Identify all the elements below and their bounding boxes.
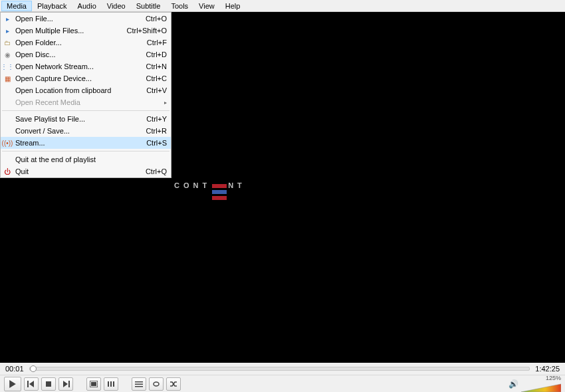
menu-item-label: Stream... xyxy=(15,139,120,147)
menu-item-shortcut: Ctrl+R xyxy=(120,127,167,135)
menu-item-quit[interactable]: ⏻QuitCtrl+Q xyxy=(1,165,171,177)
time-current: 00:01 xyxy=(5,365,24,373)
menu-item-shortcut: Ctrl+Y xyxy=(120,115,167,123)
svg-marker-4 xyxy=(63,381,68,387)
menu-item-label: Open Recent Media xyxy=(15,98,164,106)
extended-settings-button[interactable] xyxy=(104,377,118,391)
menu-item-label: Open Folder... xyxy=(15,39,120,47)
controls-bar: 🔊 125% xyxy=(0,375,565,392)
menu-tools[interactable]: Tools xyxy=(166,1,193,11)
play-button[interactable] xyxy=(4,377,21,391)
menu-item-icon: ▸ xyxy=(2,13,13,24)
menu-item-open-disc[interactable]: ◉Open Disc...Ctrl+D xyxy=(1,49,171,60)
svg-rect-5 xyxy=(68,381,70,387)
menu-item-label: Convert / Save... xyxy=(15,127,120,135)
menu-item-shortcut: Ctrl+Shift+O xyxy=(120,27,167,35)
menu-item-shortcut: Ctrl+O xyxy=(120,15,167,23)
menu-item-stream[interactable]: ((•))Stream...Ctrl+S xyxy=(1,137,171,149)
menu-item-icon xyxy=(2,85,13,96)
menu-item-label: Quit at the end of playlist xyxy=(15,155,120,163)
svg-rect-7 xyxy=(91,382,96,386)
menu-item-open-recent-media: Open Recent Media▸ xyxy=(1,96,171,108)
menu-item-shortcut: Ctrl+F xyxy=(120,39,167,47)
menu-item-icon: ⋮⋮ xyxy=(2,61,13,72)
next-button[interactable] xyxy=(58,377,73,391)
menu-item-shortcut: Ctrl+Q xyxy=(120,167,167,175)
menu-item-label: Open File... xyxy=(15,15,120,23)
svg-rect-1 xyxy=(27,381,29,387)
menu-subtitle[interactable]: Subtitle xyxy=(131,1,166,11)
playlist-button[interactable] xyxy=(132,377,146,391)
menu-item-shortcut: Ctrl+D xyxy=(120,50,167,58)
menu-item-label: Open Disc... xyxy=(15,50,120,58)
fullscreen-button[interactable] xyxy=(86,377,101,391)
submenu-arrow-icon: ▸ xyxy=(164,100,167,106)
menu-item-icon xyxy=(2,114,13,124)
volume-slider[interactable] xyxy=(521,383,561,393)
svg-rect-11 xyxy=(135,381,143,383)
menu-item-shortcut: Ctrl+V xyxy=(120,86,167,94)
logo-text-before: CONT xyxy=(174,181,211,200)
svg-rect-13 xyxy=(135,386,143,387)
menu-media[interactable]: Media xyxy=(1,1,32,11)
volume-label: 125% xyxy=(546,375,561,381)
menu-item-label: Save Playlist to File... xyxy=(15,115,120,123)
menu-item-icon xyxy=(2,97,13,108)
menu-item-label: Open Network Stream... xyxy=(15,62,120,70)
menu-item-label: Open Multiple Files... xyxy=(15,27,120,35)
menu-playback[interactable]: Playback xyxy=(32,1,72,11)
time-bar: 00:01 1:42:25 xyxy=(0,363,565,375)
menu-item-shortcut: Ctrl+C xyxy=(120,74,167,82)
menu-item-icon: ◉ xyxy=(2,49,13,60)
menu-item-label: Open Location from clipboard xyxy=(15,86,120,94)
menu-item-open-capture-device[interactable]: ▦Open Capture Device...Ctrl+C xyxy=(1,72,171,84)
previous-button[interactable] xyxy=(24,377,39,391)
menubar: MediaPlaybackAudioVideoSubtitleToolsView… xyxy=(0,0,565,12)
menu-item-icon: ▦ xyxy=(2,73,13,84)
svg-marker-14 xyxy=(521,384,561,392)
media-dropdown: ▸Open File...Ctrl+O▸Open Multiple Files.… xyxy=(0,12,171,178)
svg-rect-9 xyxy=(110,381,112,387)
menu-item-save-playlist-to-file[interactable]: Save Playlist to File...Ctrl+Y xyxy=(1,113,171,125)
menu-help[interactable]: Help xyxy=(220,1,246,11)
menu-item-convert-save[interactable]: Convert / Save...Ctrl+R xyxy=(1,125,171,137)
loop-button[interactable] xyxy=(149,377,164,391)
logo-text-after: NT xyxy=(228,181,246,200)
menu-audio[interactable]: Audio xyxy=(72,1,102,11)
menu-item-icon: ((•)) xyxy=(2,138,13,148)
svg-marker-2 xyxy=(29,381,34,387)
content-logo: CONT NT xyxy=(174,181,246,200)
menu-view[interactable]: View xyxy=(193,1,220,11)
menu-item-icon xyxy=(2,154,13,165)
menu-item-icon xyxy=(2,126,13,136)
logo-e-bars xyxy=(212,184,227,200)
menu-item-label: Quit xyxy=(15,167,120,175)
menu-item-icon: ▸ xyxy=(2,25,13,36)
svg-rect-10 xyxy=(113,381,114,387)
svg-rect-3 xyxy=(46,381,51,387)
menu-video[interactable]: Video xyxy=(102,1,131,11)
volume-control: 🔊 125% xyxy=(508,375,561,393)
seek-slider[interactable] xyxy=(29,367,530,371)
menu-item-shortcut: Ctrl+S xyxy=(120,139,167,147)
menu-item-open-folder[interactable]: 🗀Open Folder...Ctrl+F xyxy=(1,37,171,49)
menu-item-open-multiple-files[interactable]: ▸Open Multiple Files...Ctrl+Shift+O xyxy=(1,25,171,37)
menu-item-open-file[interactable]: ▸Open File...Ctrl+O xyxy=(1,13,171,25)
menu-item-open-location-from-clipboard[interactable]: Open Location from clipboardCtrl+V xyxy=(1,84,171,96)
menu-separator xyxy=(2,110,170,111)
menu-separator xyxy=(2,151,170,151)
shuffle-button[interactable] xyxy=(166,377,181,391)
menu-item-icon: ⏻ xyxy=(2,166,13,177)
menu-item-shortcut: Ctrl+N xyxy=(120,62,167,70)
time-total: 1:42:25 xyxy=(535,365,560,373)
menu-item-label: Open Capture Device... xyxy=(15,74,120,82)
menu-item-open-network-stream[interactable]: ⋮⋮Open Network Stream...Ctrl+N xyxy=(1,60,171,72)
svg-marker-0 xyxy=(9,380,16,388)
menu-item-icon: 🗀 xyxy=(2,37,13,48)
stop-button[interactable] xyxy=(41,377,56,391)
speaker-icon[interactable]: 🔊 xyxy=(508,379,518,389)
video-area: CONT NT ▸Open File...Ctrl+O▸Open Multipl… xyxy=(0,12,565,363)
seek-knob[interactable] xyxy=(30,365,37,372)
svg-rect-8 xyxy=(108,381,109,387)
menu-item-quit-at-the-end-of-playlist[interactable]: Quit at the end of playlist xyxy=(1,153,171,165)
